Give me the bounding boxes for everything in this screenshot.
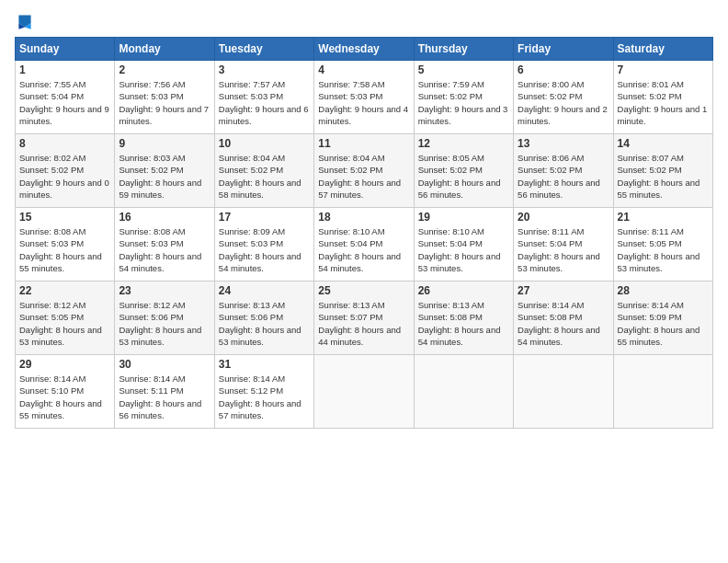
- calendar-cell: 25 Sunrise: 8:13 AM Sunset: 5:07 PM Dayl…: [314, 282, 414, 355]
- day-number: 31: [219, 358, 310, 371]
- calendar-cell: 9 Sunrise: 8:03 AM Sunset: 5:02 PM Dayli…: [115, 134, 214, 208]
- calendar-cell: 16 Sunrise: 8:08 AM Sunset: 5:03 PM Dayl…: [115, 208, 214, 282]
- day-number: 20: [518, 211, 609, 224]
- day-number: 29: [19, 358, 110, 371]
- day-number: 18: [318, 211, 409, 224]
- day-number: 7: [618, 63, 709, 76]
- calendar-header-tuesday: Tuesday: [214, 38, 313, 61]
- day-number: 5: [418, 63, 509, 76]
- day-number: 11: [318, 137, 409, 150]
- day-number: 2: [119, 63, 210, 76]
- day-number: 25: [318, 284, 409, 297]
- calendar-table: SundayMondayTuesdayWednesdayThursdayFrid…: [15, 37, 713, 429]
- day-info: Sunrise: 8:12 AM Sunset: 5:05 PM Dayligh…: [19, 299, 110, 348]
- calendar-cell: 5 Sunrise: 7:59 AM Sunset: 5:02 PM Dayli…: [414, 61, 513, 134]
- day-info: Sunrise: 8:00 AM Sunset: 5:02 PM Dayligh…: [518, 78, 609, 127]
- day-info: Sunrise: 8:13 AM Sunset: 5:06 PM Dayligh…: [219, 299, 310, 348]
- day-info: Sunrise: 7:59 AM Sunset: 5:02 PM Dayligh…: [418, 78, 509, 127]
- calendar-cell: 15 Sunrise: 8:08 AM Sunset: 5:03 PM Dayl…: [16, 208, 115, 282]
- calendar-cell: 22 Sunrise: 8:12 AM Sunset: 5:05 PM Dayl…: [16, 282, 115, 355]
- day-number: 14: [618, 137, 709, 150]
- day-info: Sunrise: 8:08 AM Sunset: 5:03 PM Dayligh…: [119, 225, 210, 274]
- day-number: 4: [318, 63, 409, 76]
- header: [15, 11, 713, 31]
- day-info: Sunrise: 8:12 AM Sunset: 5:06 PM Dayligh…: [119, 299, 210, 348]
- calendar-cell: 31 Sunrise: 8:14 AM Sunset: 5:12 PM Dayl…: [214, 355, 313, 429]
- day-number: 15: [19, 211, 110, 224]
- calendar-cell: 2 Sunrise: 7:56 AM Sunset: 5:03 PM Dayli…: [115, 61, 214, 134]
- day-info: Sunrise: 8:11 AM Sunset: 5:05 PM Dayligh…: [618, 225, 709, 274]
- calendar-week-row: 15 Sunrise: 8:08 AM Sunset: 5:03 PM Dayl…: [16, 208, 713, 282]
- calendar-header-saturday: Saturday: [613, 38, 712, 61]
- day-number: 21: [618, 211, 709, 224]
- day-number: 19: [418, 211, 509, 224]
- calendar-header-monday: Monday: [115, 38, 214, 61]
- day-number: 17: [219, 211, 310, 224]
- calendar-cell: 29 Sunrise: 8:14 AM Sunset: 5:10 PM Dayl…: [16, 355, 115, 429]
- day-info: Sunrise: 8:04 AM Sunset: 5:02 PM Dayligh…: [219, 152, 310, 201]
- day-number: 27: [518, 284, 609, 297]
- calendar-header-wednesday: Wednesday: [314, 38, 414, 61]
- day-number: 13: [518, 137, 609, 150]
- day-info: Sunrise: 8:14 AM Sunset: 5:12 PM Dayligh…: [219, 373, 310, 421]
- day-info: Sunrise: 8:14 AM Sunset: 5:10 PM Dayligh…: [19, 373, 110, 421]
- day-info: Sunrise: 8:05 AM Sunset: 5:02 PM Dayligh…: [418, 152, 509, 201]
- day-info: Sunrise: 8:02 AM Sunset: 5:02 PM Dayligh…: [19, 152, 110, 201]
- calendar-cell: [414, 355, 513, 429]
- day-number: 28: [618, 284, 709, 297]
- day-info: Sunrise: 8:07 AM Sunset: 5:02 PM Dayligh…: [618, 152, 709, 201]
- day-info: Sunrise: 8:14 AM Sunset: 5:11 PM Dayligh…: [119, 373, 210, 421]
- calendar-week-row: 22 Sunrise: 8:12 AM Sunset: 5:05 PM Dayl…: [16, 282, 713, 355]
- day-info: Sunrise: 8:14 AM Sunset: 5:08 PM Dayligh…: [518, 299, 609, 348]
- calendar-cell: 1 Sunrise: 7:55 AM Sunset: 5:04 PM Dayli…: [16, 61, 115, 134]
- day-info: Sunrise: 8:13 AM Sunset: 5:08 PM Dayligh…: [418, 299, 509, 348]
- day-info: Sunrise: 8:08 AM Sunset: 5:03 PM Dayligh…: [19, 225, 110, 274]
- calendar-week-row: 29 Sunrise: 8:14 AM Sunset: 5:10 PM Dayl…: [16, 355, 713, 429]
- day-number: 26: [418, 284, 509, 297]
- calendar-cell: 6 Sunrise: 8:00 AM Sunset: 5:02 PM Dayli…: [514, 61, 613, 134]
- calendar-cell: 13 Sunrise: 8:06 AM Sunset: 5:02 PM Dayl…: [514, 134, 613, 208]
- day-number: 10: [219, 137, 310, 150]
- day-info: Sunrise: 8:04 AM Sunset: 5:02 PM Dayligh…: [318, 152, 409, 201]
- calendar-cell: 11 Sunrise: 8:04 AM Sunset: 5:02 PM Dayl…: [314, 134, 414, 208]
- calendar-cell: 14 Sunrise: 8:07 AM Sunset: 5:02 PM Dayl…: [613, 134, 712, 208]
- day-number: 30: [119, 358, 210, 371]
- day-info: Sunrise: 8:13 AM Sunset: 5:07 PM Dayligh…: [318, 299, 409, 348]
- day-info: Sunrise: 7:57 AM Sunset: 5:03 PM Dayligh…: [219, 78, 310, 127]
- calendar-cell: [314, 355, 414, 429]
- day-info: Sunrise: 7:58 AM Sunset: 5:03 PM Dayligh…: [318, 78, 409, 127]
- day-number: 16: [119, 211, 210, 224]
- logo: [15, 11, 39, 31]
- main-container: SundayMondayTuesdayWednesdayThursdayFrid…: [0, 0, 728, 436]
- calendar-cell: 12 Sunrise: 8:05 AM Sunset: 5:02 PM Dayl…: [414, 134, 513, 208]
- day-number: 9: [119, 137, 210, 150]
- day-info: Sunrise: 8:01 AM Sunset: 5:02 PM Dayligh…: [618, 78, 709, 127]
- calendar-cell: 26 Sunrise: 8:13 AM Sunset: 5:08 PM Dayl…: [414, 282, 513, 355]
- calendar-cell: 8 Sunrise: 8:02 AM Sunset: 5:02 PM Dayli…: [16, 134, 115, 208]
- day-info: Sunrise: 8:06 AM Sunset: 5:02 PM Dayligh…: [518, 152, 609, 201]
- calendar-cell: 4 Sunrise: 7:58 AM Sunset: 5:03 PM Dayli…: [314, 61, 414, 134]
- calendar-cell: [514, 355, 613, 429]
- day-number: 1: [19, 63, 110, 76]
- calendar-week-row: 8 Sunrise: 8:02 AM Sunset: 5:02 PM Dayli…: [16, 134, 713, 208]
- calendar-cell: 27 Sunrise: 8:14 AM Sunset: 5:08 PM Dayl…: [514, 282, 613, 355]
- logo-icon: [15, 11, 35, 31]
- day-info: Sunrise: 8:10 AM Sunset: 5:04 PM Dayligh…: [418, 225, 509, 274]
- calendar-cell: 28 Sunrise: 8:14 AM Sunset: 5:09 PM Dayl…: [613, 282, 712, 355]
- day-info: Sunrise: 8:03 AM Sunset: 5:02 PM Dayligh…: [119, 152, 210, 201]
- calendar-cell: 18 Sunrise: 8:10 AM Sunset: 5:04 PM Dayl…: [314, 208, 414, 282]
- calendar-cell: [613, 355, 712, 429]
- day-number: 23: [119, 284, 210, 297]
- calendar-cell: 20 Sunrise: 8:11 AM Sunset: 5:04 PM Dayl…: [514, 208, 613, 282]
- day-info: Sunrise: 8:14 AM Sunset: 5:09 PM Dayligh…: [618, 299, 709, 348]
- day-info: Sunrise: 7:56 AM Sunset: 5:03 PM Dayligh…: [119, 78, 210, 127]
- day-number: 12: [418, 137, 509, 150]
- day-number: 3: [219, 63, 310, 76]
- day-number: 22: [19, 284, 110, 297]
- day-info: Sunrise: 8:11 AM Sunset: 5:04 PM Dayligh…: [518, 225, 609, 274]
- calendar-cell: 19 Sunrise: 8:10 AM Sunset: 5:04 PM Dayl…: [414, 208, 513, 282]
- calendar-header-sunday: Sunday: [16, 38, 115, 61]
- calendar-cell: 24 Sunrise: 8:13 AM Sunset: 5:06 PM Dayl…: [214, 282, 313, 355]
- calendar-cell: 7 Sunrise: 8:01 AM Sunset: 5:02 PM Dayli…: [613, 61, 712, 134]
- day-number: 8: [19, 137, 110, 150]
